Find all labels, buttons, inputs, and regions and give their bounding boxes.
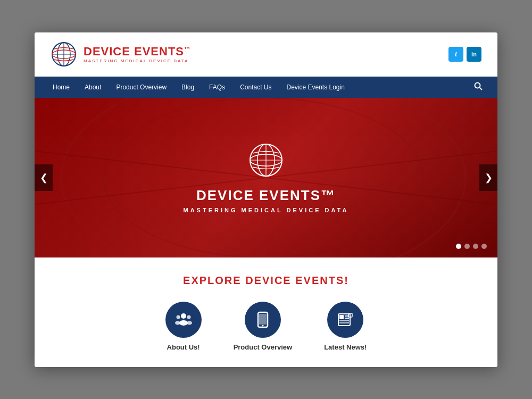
hero-dot-3[interactable]	[473, 244, 478, 249]
hero-dot-2[interactable]	[464, 244, 470, 249]
svg-line-6	[480, 87, 483, 90]
hero-title-text: Device Events™	[196, 187, 336, 203]
linkedin-button[interactable]: in	[467, 47, 481, 62]
news-icon-circle	[327, 302, 363, 338]
site-header: Device Events™ Mastering Medical Device …	[35, 32, 497, 77]
hero-subtitle: Mastering Medical Device Data	[184, 207, 349, 213]
hero-next-button[interactable]: ❯	[479, 164, 497, 191]
nav-item-home[interactable]: Home	[45, 77, 77, 98]
svg-point-19	[176, 315, 180, 319]
logo-tm: ™	[184, 46, 190, 52]
hero-globe-icon	[247, 142, 285, 179]
hero-dots	[456, 244, 487, 249]
product-icon-circle	[245, 302, 281, 338]
hero-dot-1[interactable]	[456, 244, 461, 249]
svg-rect-27	[339, 315, 344, 319]
browser-window: Device Events™ Mastering Medical Device …	[35, 32, 497, 367]
logo-area: Device Events™ Mastering Medical Device …	[51, 41, 190, 68]
about-us-icon	[174, 310, 193, 329]
svg-point-18	[179, 320, 188, 326]
hero-prev-button[interactable]: ❮	[35, 164, 53, 191]
search-icon	[474, 82, 483, 90]
nav-item-blog[interactable]: Blog	[174, 77, 202, 98]
explore-cards: About Us! Product Overview	[45, 302, 487, 351]
nav-item-about[interactable]: About	[77, 77, 109, 98]
svg-point-17	[181, 313, 186, 319]
logo-text: Device Events™ Mastering Medical Device …	[84, 45, 190, 63]
about-us-label: About Us!	[167, 343, 200, 351]
about-us-icon-circle	[165, 302, 202, 338]
logo-title-text: Device Events	[84, 45, 184, 58]
explore-card-about[interactable]: About Us!	[165, 302, 202, 351]
explore-card-product[interactable]: Product Overview	[234, 302, 293, 351]
nav-item-product-overview[interactable]: Product Overview	[109, 77, 174, 98]
nav-item-faqs[interactable]: FAQs	[202, 77, 232, 98]
svg-point-5	[475, 82, 480, 88]
svg-rect-24	[259, 314, 267, 325]
hero-content: Device Events™ Mastering Medical Device …	[184, 142, 349, 213]
linkedin-icon: in	[471, 51, 477, 57]
svg-point-22	[187, 321, 192, 325]
logo-globe-icon	[51, 41, 77, 68]
social-icons: t in	[448, 47, 481, 62]
nav-bar: Home About Product Overview Blog FAQs Co…	[35, 77, 497, 98]
twitter-button[interactable]: t	[448, 47, 463, 62]
explore-card-news[interactable]: Latest News!	[324, 302, 367, 351]
explore-section: Explore Device Events! About Us!	[35, 257, 497, 367]
product-icon	[253, 310, 272, 329]
svg-point-20	[175, 321, 180, 325]
svg-point-25	[262, 325, 263, 326]
hero-title: Device Events™	[184, 187, 349, 204]
twitter-icon: t	[455, 51, 457, 58]
logo-subtitle: Mastering Medical Device Data	[84, 59, 190, 63]
svg-point-21	[187, 315, 190, 319]
product-label: Product Overview	[234, 343, 293, 351]
nav-item-contact-us[interactable]: Contact Us	[232, 77, 279, 98]
hero-dot-4[interactable]	[481, 244, 487, 249]
logo-title: Device Events™	[84, 45, 190, 59]
explore-title: Explore Device Events!	[45, 275, 487, 287]
hero-slider: ❮ Device Events™ Mastering Medical Devic…	[35, 98, 497, 257]
nav-search-button[interactable]	[470, 82, 487, 93]
nav-item-login[interactable]: Device Events Login	[279, 77, 352, 98]
news-label: Latest News!	[324, 343, 367, 351]
news-icon	[336, 310, 355, 329]
